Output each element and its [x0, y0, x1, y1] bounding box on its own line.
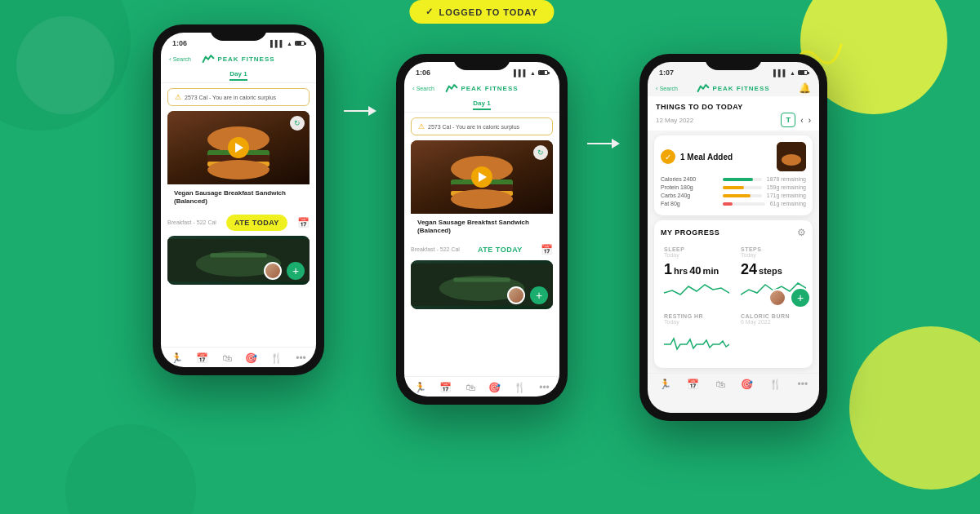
phone3-back[interactable]: ‹ Search	[656, 85, 678, 92]
caloric-burn-sublabel: 6 May 2022	[741, 319, 806, 325]
logo3-text: PEAK FITNESS	[712, 85, 769, 92]
back3-label: Search	[660, 86, 678, 91]
arrow2-line	[587, 143, 612, 144]
sleep-value-large: 1	[664, 261, 672, 278]
phone2-food-card: ↻ Vegan Sausage Breakfast Sandwich (Bala…	[411, 140, 553, 239]
arrow-line	[344, 110, 368, 112]
phone3-time: 1:07	[659, 69, 674, 77]
nav-target-icon[interactable]: 🎯	[245, 352, 257, 364]
nav3-home-icon[interactable]: 🏃	[659, 379, 671, 390]
sleep-unit2: min	[703, 266, 719, 276]
play2-button[interactable]	[471, 166, 492, 188]
nav2-home-icon[interactable]: 🏃	[414, 382, 426, 393]
wifi3-icon: ▲	[790, 70, 795, 76]
phones-container: 1:06 ▌▌▌ ▲ ‹ Search PEAK FITNESS	[153, 24, 827, 421]
back-label: Search	[173, 56, 191, 62]
sleep-item: Sleep Today 1 hrs 40 min	[661, 243, 733, 305]
phone3-notch	[705, 54, 762, 70]
calories-bar-bg	[723, 178, 762, 181]
macro-protein-row: Protein 180g 159g remaining	[661, 184, 806, 190]
next-arrow-icon[interactable]: ›	[808, 116, 811, 125]
sleep-sparkline	[664, 278, 729, 299]
phone-1: 1:06 ▌▌▌ ▲ ‹ Search PEAK FITNESS	[153, 24, 324, 375]
protein-remaining: 159g remaining	[767, 184, 806, 190]
phone1-back[interactable]: ‹ Search	[169, 55, 191, 63]
nav3-more-icon[interactable]: •••	[798, 379, 808, 390]
macro-carbs-row: Carbs 240g 171g remaining	[661, 193, 806, 198]
phone2-food-info: Vegan Sausage Breakfast Sandwich (Balanc…	[411, 214, 553, 239]
logo2-icon	[445, 83, 458, 93]
arrow-2-3	[587, 139, 620, 148]
play-button[interactable]	[228, 137, 249, 158]
nav2-more-icon[interactable]: •••	[539, 382, 550, 393]
food2-image	[167, 236, 310, 285]
meal-thumb-visual	[777, 142, 806, 171]
battery2-icon	[538, 70, 548, 75]
nav3-food-icon[interactable]: 🍴	[769, 379, 782, 390]
fat-remaining: 61g remaining	[770, 201, 806, 206]
sleep-value-medium: 40	[689, 264, 701, 277]
ate-today-button[interactable]: ATE TODAY	[226, 215, 287, 231]
fat-bar-fill	[723, 202, 733, 206]
nav-food-icon[interactable]: 🍴	[270, 352, 283, 364]
bell-icon[interactable]: 🔔	[799, 82, 811, 94]
nav3-calendar-icon[interactable]: 📅	[687, 379, 699, 390]
prev-arrow-icon[interactable]: ‹	[800, 116, 803, 125]
phone2-back[interactable]: ‹ Search	[412, 85, 434, 92]
nav3-target-icon[interactable]: 🎯	[741, 379, 753, 390]
nav2-calendar-icon[interactable]: 📅	[439, 382, 452, 393]
nav2-food-icon[interactable]: 🍴	[514, 382, 526, 393]
logo3-icon	[697, 83, 710, 93]
phone2-tab-day1[interactable]: Day 1	[473, 100, 490, 110]
signal2-icon: ▌▌▌	[514, 69, 528, 77]
phone1-screen: 1:06 ▌▌▌ ▲ ‹ Search PEAK FITNESS	[161, 33, 316, 367]
phone2-time: 1:06	[416, 69, 430, 77]
phone1-add-button[interactable]: +	[287, 262, 305, 280]
things-date: 12 May 2022	[656, 117, 693, 124]
ate-today-link[interactable]: ATE TODAY	[478, 246, 523, 254]
t-button[interactable]: T	[781, 113, 795, 127]
refresh2-button[interactable]: ↻	[533, 145, 548, 160]
phone2-food-card2: +	[411, 260, 553, 309]
phone3-logo: PEAK FITNESS	[697, 83, 769, 93]
logo2-text: PEAK FITNESS	[461, 85, 518, 92]
phone2-wrapper: ✓ LOGGED TO TODAY 1:06 ▌▌▌ ▲ ‹	[396, 24, 568, 405]
checkmark-icon: ✓	[425, 7, 434, 17]
steps-add-button[interactable]: +	[791, 289, 809, 307]
nav-more-icon[interactable]: •••	[296, 352, 306, 364]
calendar2-icon[interactable]: 📅	[541, 244, 553, 255]
meal-thumbnail	[777, 142, 806, 171]
settings-icon[interactable]: ⚙	[797, 227, 806, 238]
food2b-visual	[411, 260, 553, 309]
back3-chevron-icon: ‹	[656, 85, 658, 92]
steps-value: 24	[741, 261, 757, 278]
refresh-button[interactable]: ↻	[290, 116, 305, 131]
calendar-icon[interactable]: 📅	[297, 217, 310, 228]
phone1-tabs: Day 1	[161, 67, 316, 83]
phone2-meal-label: Breakfast - 522 Cal	[411, 246, 460, 252]
logged-toast: ✓ LOGGED TO TODAY	[409, 0, 554, 24]
progress-section: MY PROGRESS ⚙ Sleep Today 1 hrs 40 min	[654, 220, 813, 368]
phone1-avatar	[264, 262, 282, 280]
phone2-add-button[interactable]: +	[530, 286, 548, 304]
nav-bag-icon[interactable]: 🛍	[222, 352, 232, 364]
caloric-burn-item: Caloric Burn 6 May 2022	[737, 310, 809, 361]
carbs-remaining: 171g remaining	[767, 193, 806, 198]
logo-icon	[202, 54, 215, 64]
food2-visual	[167, 236, 310, 285]
protein-bar-fill	[723, 186, 744, 189]
carbs-bar-bg	[723, 194, 762, 197]
nav3-bag-icon[interactable]: 🛍	[715, 379, 725, 390]
phone1-tab-day1[interactable]: Day 1	[229, 70, 247, 81]
nav-calendar-icon[interactable]: 📅	[196, 352, 208, 364]
progress-header: MY PROGRESS ⚙	[661, 227, 806, 238]
phone2-food-name: Vegan Sausage Breakfast Sandwich (Balanc…	[417, 219, 546, 236]
fat-label: Fat 80g	[661, 201, 718, 206]
nav2-target-icon[interactable]: 🎯	[488, 382, 501, 393]
nav-home-icon[interactable]: 🏃	[171, 352, 183, 364]
signal-icon: ▌▌▌	[270, 40, 284, 47]
phone3-bottom-nav: 🏃 📅 🛍 🎯 🍴 •••	[648, 373, 819, 393]
carbs-label: Carbs 240g	[661, 193, 718, 198]
phone1-caloric-alert: ⚠ 2573 Cal - You are in caloric surplus	[167, 88, 310, 106]
nav2-bag-icon[interactable]: 🛍	[466, 382, 475, 393]
